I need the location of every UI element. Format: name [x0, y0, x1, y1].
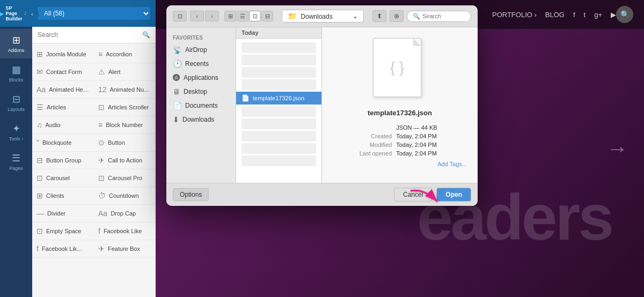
search-bar: 🔍 — [32, 27, 156, 43]
addon-button-group[interactable]: ⊟ Button Group — [32, 152, 94, 169]
folder-dropdown-icon[interactable]: ⌄ — [353, 12, 358, 20]
sidebar-collapse-button[interactable]: ‹ — [26, 8, 39, 20]
button-label: Button — [108, 139, 125, 146]
fav-recents[interactable]: 🕐 Recents — [166, 57, 236, 71]
list-view-button[interactable]: ☰ — [237, 11, 248, 21]
blurred-file-row[interactable] — [241, 106, 316, 117]
addon-articles-scroller[interactable]: ⊡ Articles Scroller — [94, 99, 156, 116]
addon-accordion[interactable]: ≡ Accordion — [94, 46, 156, 63]
sidebar-toggle-button[interactable]: ⊡ — [173, 11, 187, 21]
share-button[interactable]: ⬆ — [372, 10, 386, 22]
desktop-icon: 🖥 — [173, 87, 180, 96]
addon-list: ⊞ Joomla Module ≡ Accordion ✉ Contact Fo… — [32, 43, 156, 297]
blurred-file-row[interactable] — [241, 131, 316, 142]
fav-documents[interactable]: 📄 Documents — [166, 99, 236, 113]
fav-downloads[interactable]: ⬇ Downloads — [166, 113, 236, 127]
cover-view-button[interactable]: ⊟ — [261, 11, 273, 21]
dialog-search-icon: 🔍 — [413, 13, 420, 20]
sidebar-item-blocks[interactable]: ▦ Blocks — [0, 58, 32, 88]
file-dialog: ⊡ ‹ › ⊞ ☰ ⊡ ⊟ 📁 Downloads ⌄ ⬆ ⊕ 🔍 — [166, 5, 478, 206]
articles-label: Articles — [47, 104, 66, 110]
addon-row: ⊡ Carousel ⊡ Carousel Pro — [32, 169, 156, 187]
dialog-search-bar: 🔍 — [407, 11, 471, 22]
sidebar-item-addons[interactable]: ⊞ Addons — [0, 29, 32, 58]
fav-airdrop[interactable]: 📡 AirDrop — [166, 43, 236, 57]
sidebar-item-pages[interactable]: ☰ Pages — [0, 147, 32, 176]
meta-modified-row: Modified Today, 2:04 PM — [333, 140, 467, 149]
addon-joomla-module[interactable]: ⊞ Joomla Module — [32, 46, 94, 63]
addon-facebook-like[interactable]: f Facebook Like — [94, 222, 156, 240]
column-view-button[interactable]: ⊡ — [249, 11, 261, 21]
addon-countdown[interactable]: ⏱ Countdown — [94, 187, 156, 204]
addon-animated-nu[interactable]: 12 Animated Nu... — [94, 81, 156, 98]
addon-divider[interactable]: — Divider — [32, 205, 94, 222]
fav-applications-label: Applications — [184, 74, 218, 81]
nav-portfolio[interactable]: PORTFOLIO › — [492, 11, 537, 19]
addon-row: ✉ Contact Form ⚠ Alert — [32, 63, 156, 81]
top-nav-search-button[interactable]: 🔍 — [616, 6, 633, 23]
social-google[interactable]: g+ — [594, 11, 602, 19]
addon-button[interactable]: ⊙ Button — [94, 134, 156, 151]
clients-label: Clients — [46, 192, 64, 199]
addon-call-to-action[interactable]: ✈ Call to Action — [94, 152, 156, 169]
addon-alert[interactable]: ⚠ Alert — [94, 63, 156, 80]
divider-label: Divider — [47, 210, 65, 217]
addon-blockquote[interactable]: " Blockquote — [32, 134, 94, 151]
facebook-like-icon: f — [98, 227, 100, 235]
meta-modified-label: Modified — [333, 140, 396, 149]
blockquote-label: Blockquote — [42, 139, 71, 146]
meta-created-label: Created — [333, 132, 396, 140]
filter-dropdown[interactable]: All (58) — [38, 7, 150, 20]
blurred-file-row[interactable] — [241, 67, 316, 78]
back-button[interactable]: ‹ — [190, 11, 204, 21]
dialog-search-input[interactable] — [422, 13, 465, 19]
search-input[interactable] — [38, 31, 139, 39]
icon-view-button[interactable]: ⊞ — [224, 11, 236, 21]
fav-desktop[interactable]: 🖥 Desktop — [166, 85, 236, 99]
preview-filename: template17326.json — [368, 109, 432, 117]
alert-icon: ⚠ — [98, 68, 105, 76]
accordion-icon: ≡ — [98, 50, 103, 58]
meta-last-opened-value: Today, 2:04 PM — [396, 149, 467, 158]
json-file-icon: 📄 — [241, 94, 250, 102]
file-preview: { } — [373, 38, 427, 102]
social-facebook[interactable]: f — [573, 11, 575, 19]
addon-contact-form[interactable]: ✉ Contact Form — [32, 63, 94, 80]
addon-clients[interactable]: ⊞ Clients — [32, 187, 94, 204]
addon-articles[interactable]: ☰ Articles — [32, 99, 94, 116]
addon-carousel-pro[interactable]: ⊡ Carousel Pro — [94, 169, 156, 187]
open-button[interactable]: Open — [436, 188, 471, 202]
addon-carousel[interactable]: ⊡ Carousel — [32, 169, 94, 187]
social-youtube[interactable]: ▶ — [611, 11, 616, 19]
selected-file-item[interactable]: 📄 template17326.json — [236, 92, 321, 105]
sidebar-addons-label: Addons — [8, 48, 25, 53]
addon-facebook-lik2[interactable]: f Facebook Lik... — [32, 240, 94, 257]
addon-audio[interactable]: ♫ Audio — [32, 116, 94, 133]
sidebar-item-tools[interactable]: ✦ Tools › — [0, 117, 32, 147]
add-tags-link[interactable]: Add Tags... — [333, 161, 467, 167]
options-button[interactable]: Options — [173, 188, 209, 201]
blurred-file-row[interactable] — [241, 55, 316, 65]
fav-downloads-label: Downloads — [182, 116, 214, 123]
addon-block-number[interactable]: ≡ Block Number — [94, 116, 156, 133]
sidebar-nav: ⊞ Addons ▦ Blocks ⊟ Layouts ✦ Tools › ☰ … — [0, 29, 32, 176]
blurred-file-row[interactable] — [241, 118, 316, 129]
social-twitter[interactable]: t — [584, 11, 586, 19]
button-icon: ⊙ — [98, 138, 105, 147]
blurred-file-row[interactable] — [241, 42, 316, 53]
sidebar-item-layouts[interactable]: ⊟ Layouts — [0, 88, 32, 117]
forward-button[interactable]: › — [205, 11, 219, 21]
animated-nu-icon: 12 — [98, 85, 107, 94]
addon-feature-box[interactable]: ✈ Feature Box — [94, 240, 156, 257]
new-folder-button[interactable]: ⊕ — [390, 10, 404, 22]
blurred-file-row[interactable] — [241, 143, 316, 154]
blurred-file-row[interactable] — [241, 155, 316, 166]
addon-drop-cap[interactable]: Aa Drop Cap — [94, 205, 156, 222]
meta-created-value: Today, 2:04 PM — [396, 132, 467, 140]
addon-animated-hea[interactable]: Aa Animated Hea... — [32, 81, 94, 98]
addon-empty-space[interactable]: ⊡ Empty Space — [32, 222, 94, 240]
nav-blog[interactable]: BLOG — [545, 11, 565, 19]
fav-applications[interactable]: 🅐 Applications — [166, 71, 236, 85]
addon-row: f Facebook Lik... ✈ Feature Box — [32, 240, 156, 258]
blurred-file-row[interactable] — [241, 79, 316, 90]
